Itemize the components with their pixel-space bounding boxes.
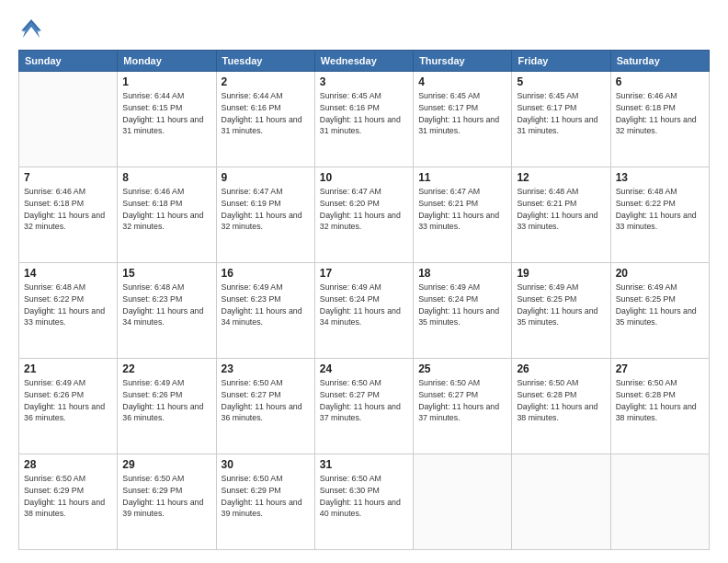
day-info: Sunrise: 6:47 AMSunset: 6:21 PMDaylight:… bbox=[418, 186, 506, 233]
day-cell: 21Sunrise: 6:49 AMSunset: 6:26 PMDayligh… bbox=[19, 359, 118, 454]
day-cell: 22Sunrise: 6:49 AMSunset: 6:26 PMDayligh… bbox=[118, 359, 216, 454]
day-cell: 29Sunrise: 6:50 AMSunset: 6:29 PMDayligh… bbox=[118, 454, 216, 550]
weekday-thursday: Thursday bbox=[414, 51, 512, 72]
day-cell: 3Sunrise: 6:45 AMSunset: 6:16 PMDaylight… bbox=[314, 72, 413, 167]
day-number: 18 bbox=[418, 267, 506, 280]
day-info: Sunrise: 6:44 AMSunset: 6:16 PMDaylight:… bbox=[222, 90, 310, 137]
day-number: 3 bbox=[320, 75, 408, 88]
day-cell: 12Sunrise: 6:48 AMSunset: 6:21 PMDayligh… bbox=[512, 167, 610, 263]
day-info: Sunrise: 6:48 AMSunset: 6:22 PMDaylight:… bbox=[24, 282, 112, 328]
day-number: 14 bbox=[24, 267, 112, 280]
day-info: Sunrise: 6:49 AMSunset: 6:24 PMDaylight:… bbox=[320, 282, 408, 328]
day-number: 17 bbox=[320, 267, 408, 280]
day-cell: 16Sunrise: 6:49 AMSunset: 6:23 PMDayligh… bbox=[216, 263, 314, 359]
weekday-header-row: SundayMondayTuesdayWednesdayThursdayFrid… bbox=[19, 51, 710, 72]
calendar-body: 1Sunrise: 6:44 AMSunset: 6:15 PMDaylight… bbox=[19, 72, 710, 550]
day-number: 2 bbox=[222, 75, 310, 88]
day-number: 30 bbox=[222, 458, 310, 471]
day-number: 22 bbox=[122, 362, 210, 375]
day-info: Sunrise: 6:48 AMSunset: 6:21 PMDaylight:… bbox=[517, 186, 605, 233]
day-number: 27 bbox=[616, 362, 704, 375]
week-row-3: 14Sunrise: 6:48 AMSunset: 6:22 PMDayligh… bbox=[19, 263, 710, 359]
day-number: 11 bbox=[418, 171, 506, 184]
day-number: 12 bbox=[517, 171, 605, 184]
week-row-4: 21Sunrise: 6:49 AMSunset: 6:26 PMDayligh… bbox=[19, 359, 710, 454]
day-info: Sunrise: 6:50 AMSunset: 6:28 PMDaylight:… bbox=[517, 377, 605, 424]
day-cell: 5Sunrise: 6:45 AMSunset: 6:17 PMDaylight… bbox=[512, 72, 610, 167]
day-number: 29 bbox=[122, 458, 210, 471]
day-number: 19 bbox=[517, 267, 605, 280]
day-info: Sunrise: 6:45 AMSunset: 6:16 PMDaylight:… bbox=[320, 90, 408, 137]
day-number: 21 bbox=[24, 362, 112, 375]
day-cell bbox=[414, 454, 512, 550]
weekday-sunday: Sunday bbox=[19, 51, 118, 72]
day-number: 4 bbox=[418, 75, 506, 88]
day-info: Sunrise: 6:45 AMSunset: 6:17 PMDaylight:… bbox=[517, 90, 605, 137]
day-info: Sunrise: 6:48 AMSunset: 6:23 PMDaylight:… bbox=[122, 282, 210, 328]
day-info: Sunrise: 6:50 AMSunset: 6:29 PMDaylight:… bbox=[24, 473, 112, 520]
day-info: Sunrise: 6:50 AMSunset: 6:29 PMDaylight:… bbox=[122, 473, 210, 520]
day-number: 5 bbox=[517, 75, 605, 88]
day-cell: 4Sunrise: 6:45 AMSunset: 6:17 PMDaylight… bbox=[414, 72, 512, 167]
day-info: Sunrise: 6:50 AMSunset: 6:27 PMDaylight:… bbox=[418, 377, 506, 424]
day-info: Sunrise: 6:48 AMSunset: 6:22 PMDaylight:… bbox=[616, 186, 704, 233]
day-info: Sunrise: 6:50 AMSunset: 6:29 PMDaylight:… bbox=[222, 473, 310, 520]
day-cell: 20Sunrise: 6:49 AMSunset: 6:25 PMDayligh… bbox=[610, 263, 709, 359]
day-cell bbox=[610, 454, 709, 550]
day-number: 8 bbox=[122, 171, 210, 184]
day-cell: 1Sunrise: 6:44 AMSunset: 6:15 PMDaylight… bbox=[118, 72, 216, 167]
day-cell: 6Sunrise: 6:46 AMSunset: 6:18 PMDaylight… bbox=[610, 72, 709, 167]
day-number: 20 bbox=[616, 267, 704, 280]
day-info: Sunrise: 6:46 AMSunset: 6:18 PMDaylight:… bbox=[122, 186, 210, 233]
day-number: 10 bbox=[320, 171, 408, 184]
day-info: Sunrise: 6:49 AMSunset: 6:26 PMDaylight:… bbox=[122, 377, 210, 424]
day-number: 6 bbox=[616, 75, 704, 88]
day-info: Sunrise: 6:49 AMSunset: 6:25 PMDaylight:… bbox=[517, 282, 605, 328]
day-number: 1 bbox=[122, 75, 210, 88]
day-info: Sunrise: 6:49 AMSunset: 6:24 PMDaylight:… bbox=[418, 282, 506, 328]
day-info: Sunrise: 6:50 AMSunset: 6:30 PMDaylight:… bbox=[320, 473, 408, 520]
day-cell: 15Sunrise: 6:48 AMSunset: 6:23 PMDayligh… bbox=[118, 263, 216, 359]
week-row-1: 1Sunrise: 6:44 AMSunset: 6:15 PMDaylight… bbox=[19, 72, 710, 167]
day-cell: 13Sunrise: 6:48 AMSunset: 6:22 PMDayligh… bbox=[610, 167, 709, 263]
day-number: 25 bbox=[418, 362, 506, 375]
weekday-monday: Monday bbox=[118, 51, 216, 72]
day-cell: 17Sunrise: 6:49 AMSunset: 6:24 PMDayligh… bbox=[314, 263, 413, 359]
day-cell: 23Sunrise: 6:50 AMSunset: 6:27 PMDayligh… bbox=[216, 359, 314, 454]
day-cell: 30Sunrise: 6:50 AMSunset: 6:29 PMDayligh… bbox=[216, 454, 314, 550]
day-cell: 28Sunrise: 6:50 AMSunset: 6:29 PMDayligh… bbox=[19, 454, 118, 550]
day-info: Sunrise: 6:44 AMSunset: 6:15 PMDaylight:… bbox=[122, 90, 210, 137]
day-number: 13 bbox=[616, 171, 704, 184]
day-info: Sunrise: 6:50 AMSunset: 6:27 PMDaylight:… bbox=[320, 377, 408, 424]
day-info: Sunrise: 6:47 AMSunset: 6:19 PMDaylight:… bbox=[222, 186, 310, 233]
logo-icon bbox=[18, 17, 44, 42]
day-cell: 25Sunrise: 6:50 AMSunset: 6:27 PMDayligh… bbox=[414, 359, 512, 454]
day-info: Sunrise: 6:50 AMSunset: 6:27 PMDaylight:… bbox=[222, 377, 310, 424]
day-info: Sunrise: 6:46 AMSunset: 6:18 PMDaylight:… bbox=[24, 186, 112, 233]
day-number: 7 bbox=[24, 171, 112, 184]
header bbox=[18, 17, 710, 42]
day-info: Sunrise: 6:49 AMSunset: 6:23 PMDaylight:… bbox=[222, 282, 310, 328]
day-number: 15 bbox=[122, 267, 210, 280]
day-cell bbox=[19, 72, 118, 167]
day-number: 16 bbox=[222, 267, 310, 280]
day-cell: 9Sunrise: 6:47 AMSunset: 6:19 PMDaylight… bbox=[216, 167, 314, 263]
page: SundayMondayTuesdayWednesdayThursdayFrid… bbox=[0, 0, 728, 563]
day-info: Sunrise: 6:47 AMSunset: 6:20 PMDaylight:… bbox=[320, 186, 408, 233]
day-cell: 14Sunrise: 6:48 AMSunset: 6:22 PMDayligh… bbox=[19, 263, 118, 359]
day-info: Sunrise: 6:50 AMSunset: 6:28 PMDaylight:… bbox=[616, 377, 704, 424]
calendar-table: SundayMondayTuesdayWednesdayThursdayFrid… bbox=[18, 50, 710, 550]
week-row-2: 7Sunrise: 6:46 AMSunset: 6:18 PMDaylight… bbox=[19, 167, 710, 263]
week-row-5: 28Sunrise: 6:50 AMSunset: 6:29 PMDayligh… bbox=[19, 454, 710, 550]
day-cell: 27Sunrise: 6:50 AMSunset: 6:28 PMDayligh… bbox=[610, 359, 709, 454]
weekday-friday: Friday bbox=[512, 51, 610, 72]
day-cell: 18Sunrise: 6:49 AMSunset: 6:24 PMDayligh… bbox=[414, 263, 512, 359]
day-cell: 26Sunrise: 6:50 AMSunset: 6:28 PMDayligh… bbox=[512, 359, 610, 454]
day-number: 24 bbox=[320, 362, 408, 375]
day-info: Sunrise: 6:49 AMSunset: 6:26 PMDaylight:… bbox=[24, 377, 112, 424]
day-info: Sunrise: 6:49 AMSunset: 6:25 PMDaylight:… bbox=[616, 282, 704, 328]
day-cell bbox=[512, 454, 610, 550]
day-cell: 10Sunrise: 6:47 AMSunset: 6:20 PMDayligh… bbox=[314, 167, 413, 263]
weekday-wednesday: Wednesday bbox=[314, 51, 413, 72]
day-cell: 7Sunrise: 6:46 AMSunset: 6:18 PMDaylight… bbox=[19, 167, 118, 263]
